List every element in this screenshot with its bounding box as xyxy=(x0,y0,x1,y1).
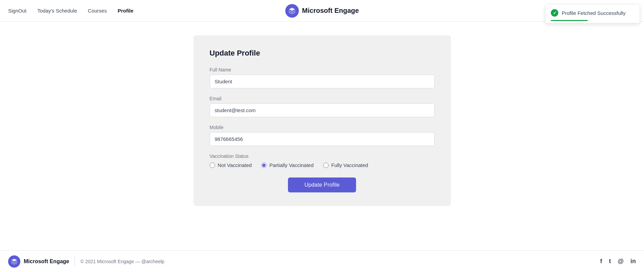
radio-not-vaccinated[interactable]: Not Vaccinated xyxy=(210,162,252,168)
update-profile-button[interactable]: Update Profile xyxy=(288,177,356,192)
brand-name: Microsoft Engage xyxy=(302,7,359,15)
vaccination-options: Not Vaccinated Partially Vaccinated Full… xyxy=(210,162,435,168)
radio-not-vaccinated-input[interactable] xyxy=(210,163,215,168)
footer-left: Microsoft Engage © 2021 Microsoft Engage… xyxy=(8,255,164,268)
facebook-icon[interactable]: f xyxy=(600,258,602,265)
nav-courses[interactable]: Courses xyxy=(88,8,107,14)
linkedin-icon[interactable]: in xyxy=(630,258,636,265)
layers-icon xyxy=(288,7,296,15)
full-name-group: Full Name xyxy=(210,67,435,88)
nav-todays-schedule[interactable]: Today's Schedule xyxy=(37,8,77,14)
footer-copyright: © 2021 Microsoft Engage — @archeelp xyxy=(80,259,164,264)
form-title: Update Profile xyxy=(210,49,435,58)
radio-fully-vaccinated-label: Fully Vaccinated xyxy=(331,162,368,168)
profile-form-card: Update Profile Full Name Email Mobile Va… xyxy=(193,35,451,206)
email-group: Email xyxy=(210,96,435,117)
nav-signout[interactable]: SignOut xyxy=(8,8,26,14)
mobile-group: Mobile xyxy=(210,125,435,146)
full-name-label: Full Name xyxy=(210,67,435,72)
footer-social: f t @ in xyxy=(600,258,636,265)
email-input[interactable] xyxy=(210,103,435,117)
toast-notification: Profile Fetched Successfully xyxy=(545,4,640,23)
toast-message: Profile Fetched Successfully xyxy=(562,10,625,16)
footer-brand-icon xyxy=(8,255,20,268)
full-name-input[interactable] xyxy=(210,75,435,88)
toast-content: Profile Fetched Successfully xyxy=(551,9,633,17)
radio-not-vaccinated-label: Not Vaccinated xyxy=(218,162,252,168)
footer-layers-icon xyxy=(11,258,18,265)
toast-progress-bar xyxy=(551,20,588,21)
email-label: Email xyxy=(210,96,435,101)
instagram-icon[interactable]: @ xyxy=(618,258,624,265)
footer-brand-name: Microsoft Engage xyxy=(24,258,69,265)
nav-profile[interactable]: Profile xyxy=(118,8,133,14)
twitter-icon[interactable]: t xyxy=(609,258,611,265)
radio-partially-vaccinated-input[interactable] xyxy=(261,163,267,168)
mobile-label: Mobile xyxy=(210,125,435,130)
footer-divider xyxy=(75,257,75,266)
nav-brand: Microsoft Engage xyxy=(285,4,359,18)
radio-fully-vaccinated-input[interactable] xyxy=(323,163,329,168)
radio-fully-vaccinated[interactable]: Fully Vaccinated xyxy=(323,162,368,168)
toast-check-icon xyxy=(551,9,558,17)
footer-brand: Microsoft Engage xyxy=(8,255,69,268)
brand-icon xyxy=(285,4,299,18)
radio-partially-vaccinated[interactable]: Partially Vaccinated xyxy=(261,162,314,168)
vaccination-label: Vaccination Status xyxy=(210,153,435,159)
nav-links: SignOut Today's Schedule Courses Profile xyxy=(8,8,133,14)
vaccination-group: Vaccination Status Not Vaccinated Partia… xyxy=(210,153,435,168)
main-content: Update Profile Full Name Email Mobile Va… xyxy=(0,22,644,250)
radio-partially-vaccinated-label: Partially Vaccinated xyxy=(269,162,314,168)
footer: Microsoft Engage © 2021 Microsoft Engage… xyxy=(0,250,644,272)
mobile-input[interactable] xyxy=(210,132,435,146)
